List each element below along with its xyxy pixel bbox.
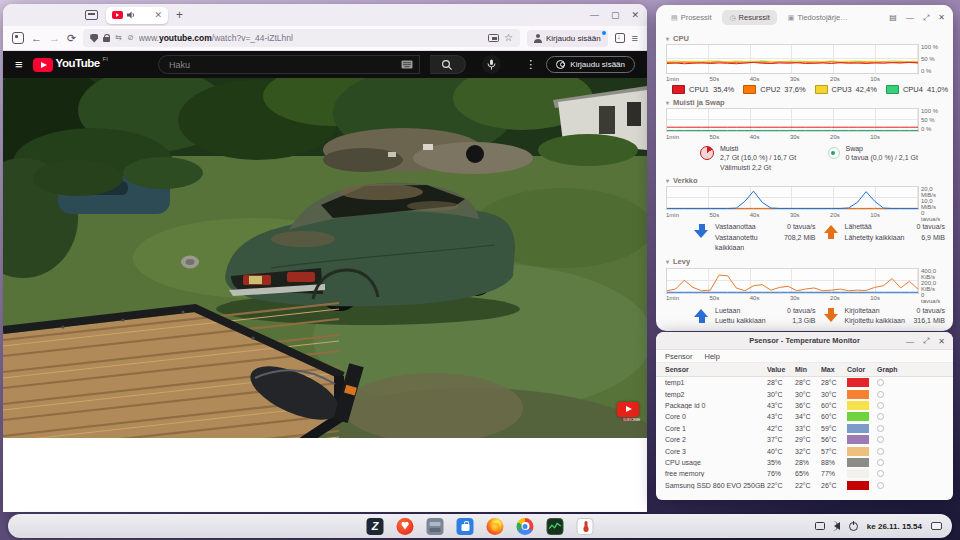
sensor-color-swatch[interactable]: [847, 412, 869, 421]
graph-checkbox[interactable]: [877, 413, 884, 420]
restore-button[interactable]: ⤢: [923, 336, 929, 346]
new-tab-button[interactable]: +: [176, 9, 183, 21]
picture-in-picture-icon[interactable]: [488, 34, 499, 42]
software-store-icon[interactable]: [457, 518, 474, 535]
primary-menu-icon[interactable]: ▤: [889, 13, 897, 22]
tab-close-button[interactable]: ✕: [154, 11, 162, 20]
permissions-icon[interactable]: ⇆: [115, 34, 122, 42]
sensor-row[interactable]: Core 237°C29°C56°C: [656, 434, 953, 445]
memory-section-header[interactable]: ▾Muisti ja Swap: [666, 96, 945, 108]
graph-checkbox[interactable]: [877, 402, 884, 409]
window-switcher-icon[interactable]: [815, 522, 825, 530]
sensor-color-swatch[interactable]: [847, 435, 869, 444]
sensor-row[interactable]: Package id 043°C36°C60°C: [656, 400, 953, 411]
sensor-row[interactable]: temp128°C28°C28°C: [656, 377, 953, 388]
guide-menu-icon[interactable]: ≡: [15, 58, 23, 71]
search-box[interactable]: [158, 55, 420, 74]
tracking-shield-icon[interactable]: [90, 34, 98, 43]
maximize-button[interactable]: ⤢: [923, 13, 929, 23]
close-button[interactable]: ✕: [938, 337, 945, 346]
notifications-blocked-icon[interactable]: ⊘: [127, 34, 134, 42]
column-header[interactable]: Sensor: [665, 366, 767, 373]
app-menu-icon[interactable]: ≡: [632, 33, 638, 44]
tab-processes[interactable]: ▤Prosessit: [664, 10, 718, 25]
address-bar[interactable]: ⇆ ⊘ www.youtube.com/watch?v=_44-iZtLhnl …: [83, 29, 520, 47]
keyboard-icon[interactable]: [401, 60, 413, 69]
youtube-logo[interactable]: YouTube FI: [33, 57, 108, 72]
graph-checkbox[interactable]: [877, 482, 884, 489]
zorin-menu-icon[interactable]: Z: [367, 518, 384, 535]
voice-search-button[interactable]: [482, 55, 501, 74]
column-header[interactable]: Graph: [877, 366, 903, 373]
brave-browser-icon[interactable]: [397, 518, 414, 535]
maximize-button[interactable]: ▢: [611, 10, 620, 20]
forward-button[interactable]: →: [49, 33, 60, 44]
column-header[interactable]: Value: [767, 366, 795, 373]
tab-manager-icon[interactable]: [85, 10, 98, 20]
power-icon[interactable]: [849, 522, 858, 531]
disk-section-header[interactable]: ▾Levy: [666, 256, 945, 268]
menu-psensor[interactable]: Psensor: [665, 352, 693, 361]
sensor-color-swatch[interactable]: [847, 401, 869, 410]
sensor-row[interactable]: Core 340°C32°C57°C: [656, 445, 953, 456]
graph-checkbox[interactable]: [877, 425, 884, 432]
network-section-header[interactable]: ▾Verkko: [666, 174, 945, 186]
graph-checkbox[interactable]: [877, 459, 884, 466]
minimize-button[interactable]: —: [906, 13, 914, 22]
menu-help[interactable]: Help: [705, 352, 720, 361]
library-icon[interactable]: [615, 33, 625, 43]
search-input[interactable]: [169, 60, 395, 70]
firefox-account-button[interactable]: Kirjaudu sisään: [527, 30, 608, 47]
tab-resources[interactable]: ◷Resurssit: [722, 10, 776, 25]
tab-filesystems[interactable]: ▣Tiedostojärje…: [781, 10, 855, 25]
volume-icon[interactable]: [834, 522, 840, 530]
sensor-color-swatch[interactable]: [847, 390, 869, 399]
psensor-titlebar[interactable]: Psensor - Temperature Monitor — ⤢ ✕: [656, 332, 953, 350]
sensor-row[interactable]: Core 142°C33°C59°C: [656, 423, 953, 434]
sensor-row[interactable]: temp230°C30°C30°C: [656, 388, 953, 399]
graph-checkbox[interactable]: [877, 448, 884, 455]
tab-audio-icon[interactable]: [127, 11, 135, 19]
browser-tab[interactable]: ✕: [106, 7, 168, 24]
sensor-color-swatch[interactable]: [847, 481, 869, 490]
graph-checkbox[interactable]: [877, 436, 884, 443]
system-monitor-icon[interactable]: [547, 518, 564, 535]
chrome-icon[interactable]: [517, 518, 534, 535]
sensor-color-swatch[interactable]: [847, 447, 869, 456]
cpu-section-header[interactable]: ▾CPU: [666, 32, 945, 44]
kebab-menu-icon[interactable]: ⋮: [525, 58, 536, 71]
reload-button[interactable]: ⟳: [67, 33, 76, 44]
firefox-view-icon[interactable]: [12, 32, 24, 44]
sensor-color-swatch[interactable]: [847, 469, 869, 478]
file-manager-icon[interactable]: [427, 518, 444, 535]
sensor-row[interactable]: free memory76%65%77%: [656, 468, 953, 479]
url-text[interactable]: www.youtube.com/watch?v=_44-iZtLhnl: [139, 33, 483, 43]
sensor-row[interactable]: CPU usage35%28%88%: [656, 457, 953, 468]
show-desktop-button[interactable]: [931, 522, 942, 530]
minimize-button[interactable]: —: [906, 337, 914, 346]
channel-watermark[interactable]: SUBSCRIBE: [617, 402, 639, 424]
graph-checkbox[interactable]: [877, 470, 884, 477]
firefox-icon[interactable]: [487, 518, 504, 535]
graph-checkbox[interactable]: [877, 391, 884, 398]
sensor-row[interactable]: Core 043°C34°C60°C: [656, 411, 953, 422]
graph-checkbox[interactable]: [877, 379, 884, 386]
column-header[interactable]: Min: [795, 366, 821, 373]
close-button[interactable]: ✕: [938, 13, 945, 22]
sensor-color-swatch[interactable]: [847, 458, 869, 467]
bookmark-star-icon[interactable]: ☆: [504, 33, 513, 43]
psensor-icon[interactable]: [577, 518, 594, 535]
sensor-color-swatch[interactable]: [847, 378, 869, 387]
close-button[interactable]: ✕: [631, 10, 639, 20]
minimize-button[interactable]: —: [590, 10, 599, 20]
video-player[interactable]: SUBSCRIBE: [3, 78, 647, 438]
back-button[interactable]: ←: [31, 33, 42, 44]
sensor-row[interactable]: Samsung SSD 860 EVO 250GB22°C22°C26°C: [656, 480, 953, 491]
youtube-signin-button[interactable]: Kirjaudu sisään: [546, 56, 635, 73]
search-button[interactable]: [430, 55, 466, 74]
column-header[interactable]: Color: [847, 366, 877, 373]
sensor-color-swatch[interactable]: [847, 424, 869, 433]
lock-icon[interactable]: [103, 37, 110, 42]
column-header[interactable]: Max: [821, 366, 847, 373]
taskbar-clock[interactable]: ke 26.11. 15.54: [867, 522, 922, 531]
